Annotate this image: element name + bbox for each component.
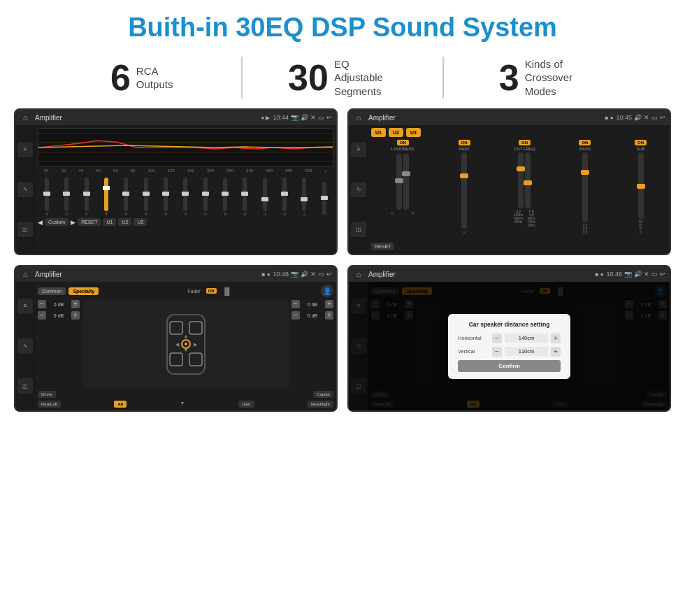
eq-slider-4[interactable]: 5 bbox=[97, 178, 115, 216]
fader-fl-minus[interactable]: − bbox=[38, 300, 46, 308]
fader-rl-plus[interactable]: + bbox=[71, 311, 80, 320]
fader-range-icon: ▐▌ bbox=[222, 287, 232, 295]
dialog-vertical-plus[interactable]: + bbox=[551, 347, 561, 357]
fader-fr-plus[interactable]: + bbox=[325, 300, 333, 308]
eq-prev-btn[interactable]: ◀ bbox=[38, 219, 43, 226]
dialog-screen: ⌂ Amplifier ■ ● 10:46 📷 🔊 ✕ ▭ ↩ ≡ ∿ ◫ Co… bbox=[347, 265, 671, 412]
dialog-vertical-minus[interactable]: − bbox=[492, 347, 502, 357]
stat-crossover-label: Kinds of Crossover Modes bbox=[525, 57, 588, 99]
eq-slider-10[interactable]: 0 bbox=[216, 178, 234, 216]
dialog-vertical-row: Vertical − 110cm + bbox=[458, 347, 561, 357]
fader-user-btn[interactable]: User bbox=[238, 401, 254, 408]
crossover-home-icon: ⌂ bbox=[353, 112, 364, 123]
dialog-horizontal-plus[interactable]: + bbox=[551, 334, 561, 343]
bass-slider[interactable] bbox=[582, 152, 588, 222]
fader-copilot-btn[interactable]: Copilot bbox=[313, 391, 333, 398]
eq-reset-btn[interactable]: RESET bbox=[78, 218, 101, 226]
dialog-app-name: Amplifier bbox=[368, 271, 593, 278]
fader-status-icons: 10:46 📷 🔊 ✕ ▭ ↩ bbox=[273, 271, 332, 278]
fader-driver-btn[interactable]: Driver bbox=[38, 391, 56, 398]
eq-slider-6[interactable]: 0 bbox=[137, 178, 155, 216]
sub-slider[interactable] bbox=[638, 152, 644, 219]
cutfreq-slider-1[interactable] bbox=[518, 152, 524, 208]
eq-slider-8[interactable]: 0 bbox=[176, 178, 194, 216]
eq-next-btn[interactable]: ▶ bbox=[71, 219, 75, 226]
fader-app-name: Amplifier bbox=[35, 271, 259, 278]
loudness-slider-2[interactable] bbox=[403, 154, 409, 210]
eq-x-icon: ✕ bbox=[310, 114, 316, 121]
eq-sidebar-btn-3[interactable]: ◫ bbox=[17, 222, 33, 237]
eq-slider-5[interactable]: 0 bbox=[117, 178, 135, 216]
eq-slider-13[interactable]: 0 bbox=[275, 178, 294, 216]
eq-mode-btn[interactable]: Custom bbox=[45, 218, 68, 226]
eq-u3-btn[interactable]: U3 bbox=[134, 218, 147, 226]
phat-slider[interactable] bbox=[461, 152, 467, 229]
freq-more: » bbox=[324, 169, 326, 173]
eq-slider-1[interactable]: 0 bbox=[38, 178, 56, 216]
cutfreq-freq-labels-2: F G3.090Hz70Hz60Hz bbox=[528, 210, 535, 227]
eq-slider-2[interactable]: 0 bbox=[57, 178, 75, 216]
fader-rearright-btn[interactable]: RearRight bbox=[308, 401, 333, 408]
eq-slider-11[interactable]: 0 bbox=[236, 178, 254, 216]
dialog-rect-icon: ▭ bbox=[651, 271, 658, 278]
svg-text:◀: ◀ bbox=[175, 342, 179, 347]
fader-rl-minus[interactable]: − bbox=[38, 311, 46, 320]
crossover-status-dots: ■ ● bbox=[605, 115, 614, 121]
crossover-vol-icon: 🔊 bbox=[634, 114, 642, 121]
crossover-sidebar-btn-1[interactable]: ≡ bbox=[351, 142, 366, 157]
fader-rr-plus[interactable]: + bbox=[325, 311, 333, 320]
eq-vol-icon: 🔊 bbox=[301, 114, 308, 121]
fader-sidebar-btn-3[interactable]: ◫ bbox=[17, 378, 33, 394]
fader-rect-icon: ▭ bbox=[318, 271, 324, 278]
dialog-confirm-button[interactable]: Confirm bbox=[458, 360, 561, 372]
crossover-body: ≡ ∿ ◫ U1 U2 U3 ON LOUDNESS bbox=[349, 125, 670, 254]
fader-down-arrow: ▼ bbox=[180, 401, 185, 408]
fader-car-diagram: ▲ ▼ ◀ ▶ bbox=[82, 300, 289, 388]
eq-u2-btn[interactable]: U2 bbox=[118, 218, 131, 226]
fader-vol-icon: 🔊 bbox=[301, 271, 308, 278]
speaker-distance-dialog: Car speaker distance setting Horizontal … bbox=[448, 314, 570, 379]
fader-fl-plus[interactable]: + bbox=[71, 300, 80, 308]
sub-on-badge: ON bbox=[635, 140, 647, 145]
fader-rr-minus[interactable]: − bbox=[291, 311, 300, 320]
dialog-vertical-value: 110cm bbox=[505, 347, 548, 356]
eq-time: 10:44 bbox=[273, 114, 289, 121]
fader-sidebar-btn-1[interactable]: ≡ bbox=[17, 299, 33, 314]
eq-slider-14[interactable]: -1 bbox=[295, 178, 313, 216]
fader-specialty-btn[interactable]: Specialty bbox=[68, 287, 99, 295]
eq-content: 25 32 40 50 63 80 100 125 160 200 250 32… bbox=[35, 125, 336, 254]
loudness-slider-1[interactable] bbox=[396, 154, 402, 210]
fader-all-btn[interactable]: All bbox=[114, 401, 127, 408]
crossover-reset-btn[interactable]: RESET bbox=[371, 243, 394, 250]
cutfreq-slider-2[interactable] bbox=[525, 152, 531, 208]
fader-camera-icon: 📷 bbox=[291, 271, 298, 278]
eq-sidebar-btn-2[interactable]: ∿ bbox=[17, 182, 33, 197]
stat-rca-label: RCA Outputs bbox=[136, 64, 173, 92]
crossover-topbar: ⌂ Amplifier ■ ● 10:45 🔊 ✕ ▭ ↩ bbox=[349, 110, 670, 125]
fader-on-badge: ON bbox=[206, 288, 217, 294]
fader-fr-minus[interactable]: − bbox=[291, 300, 300, 308]
fader-rl-val: 0 dB bbox=[48, 313, 70, 318]
eq-u1-btn[interactable]: U1 bbox=[103, 218, 116, 226]
eq-slider-15[interactable] bbox=[315, 182, 333, 216]
eq-slider-12[interactable]: -1 bbox=[256, 178, 274, 216]
fader-common-btn[interactable]: Common bbox=[38, 287, 66, 295]
eq-slider-7[interactable]: 0 bbox=[157, 178, 175, 216]
freq-200: 200 bbox=[207, 169, 214, 173]
crossover-u3-preset[interactable]: U3 bbox=[406, 128, 421, 137]
stat-eq-label: EQ Adjustable Segments bbox=[334, 57, 397, 99]
crossover-sidebar-btn-3[interactable]: ◫ bbox=[351, 222, 366, 237]
eq-sidebar-btn-1[interactable]: ≡ bbox=[17, 142, 33, 157]
fader-rearleft-btn[interactable]: RearLeft bbox=[38, 401, 61, 408]
eq-slider-9[interactable]: 0 bbox=[196, 178, 215, 216]
dialog-status-dots: ■ ● bbox=[596, 271, 604, 278]
cutfreq-label: CUT FREQ bbox=[514, 147, 535, 151]
eq-slider-3[interactable]: 0 bbox=[78, 178, 96, 216]
crossover-u2-preset[interactable]: U2 bbox=[389, 128, 403, 137]
fader-sidebar-btn-2[interactable]: ∿ bbox=[17, 338, 33, 354]
dialog-horizontal-minus[interactable]: − bbox=[492, 334, 502, 343]
car-svg: ▲ ▼ ◀ ▶ bbox=[161, 311, 210, 378]
freq-63: 63 bbox=[113, 169, 118, 173]
crossover-sidebar-btn-2[interactable]: ∿ bbox=[351, 182, 366, 197]
crossover-u1-preset[interactable]: U1 bbox=[371, 128, 386, 137]
